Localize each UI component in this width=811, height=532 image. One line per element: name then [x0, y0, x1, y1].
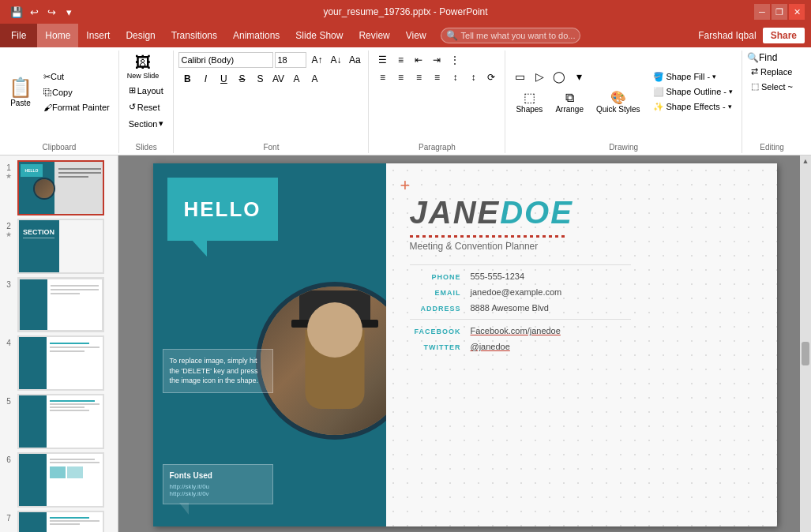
shape-effects-button[interactable]: ✨Shape Effects -▾: [649, 100, 737, 114]
reset-button[interactable]: ↺Reset: [124, 99, 165, 114]
menu-slideshow[interactable]: Slide Show: [287, 24, 351, 47]
char-spacing-button[interactable]: AV: [269, 71, 287, 87]
facebook-row: FACEBOOK Facebook.com/janedoe: [410, 326, 753, 335]
cut-button[interactable]: ✂ Cut: [39, 69, 114, 84]
address-row: ADDRESS 8888 Awesome Blvd: [410, 303, 753, 313]
slide-thumb-6[interactable]: 6: [3, 452, 115, 508]
ribbon-group-font: A↑ A↓ Aa B I U S S AV A A Font: [174, 51, 369, 153]
shape-3-button[interactable]: ◯: [550, 67, 569, 86]
shape-more-button[interactable]: ▾: [569, 67, 588, 86]
menu-animations[interactable]: Animations: [225, 24, 287, 47]
slide-image-1[interactable]: HELLO: [17, 160, 104, 215]
restore-button[interactable]: ❐: [772, 4, 787, 20]
menu-design[interactable]: Design: [118, 24, 163, 47]
convert-smartart-button[interactable]: ⟳: [482, 69, 500, 85]
fonts-links: http://skly.it/0u http://skly.it/0v: [170, 483, 266, 497]
slide-panel: 1 ★ HELLO: [0, 155, 118, 532]
title-bar: 💾 ↩ ↪ ▾ your_resume_19736.pptx - PowerPo…: [0, 0, 811, 24]
slide-thumb-3[interactable]: 3: [3, 277, 115, 332]
strikethrough-button[interactable]: S: [233, 71, 250, 87]
menu-insert[interactable]: Insert: [78, 24, 118, 47]
font-name-input[interactable]: [178, 52, 273, 68]
shape-format-buttons: 🪣Shape Fill -▾ ⬜Shape Outline -▾ ✨Shape …: [649, 70, 737, 114]
layout-button[interactable]: ⊞Layout: [124, 83, 168, 98]
name-area: JANEDOE: [410, 195, 753, 230]
replace-image-text: To replace image, simply hit the 'DELETE…: [163, 349, 273, 393]
align-text-button[interactable]: ↕: [464, 69, 482, 85]
menu-review[interactable]: Review: [351, 24, 397, 47]
menu-home[interactable]: Home: [37, 24, 78, 47]
slide-image-7[interactable]: [17, 511, 104, 532]
slide-thumb-7[interactable]: 7: [3, 511, 115, 532]
address-label: ADDRESS: [410, 305, 461, 313]
align-left-button[interactable]: ≡: [374, 69, 391, 85]
shape-fill-button[interactable]: 🪣Shape Fill -▾: [649, 70, 737, 84]
underline-button[interactable]: U: [215, 71, 232, 87]
slide-image-2[interactable]: SECTION: [17, 219, 104, 274]
slide-thumb-4[interactable]: 4: [3, 335, 115, 391]
minimize-button[interactable]: ─: [754, 4, 770, 20]
close-button[interactable]: ✕: [789, 4, 805, 20]
username: Farshad Iqbal: [698, 30, 756, 41]
shape-outline-button[interactable]: ⬜Shape Outline -▾: [649, 85, 737, 99]
increase-font-button[interactable]: A↑: [308, 52, 325, 68]
bold-button[interactable]: B: [178, 71, 196, 87]
main-area: 1 ★ HELLO: [0, 155, 811, 532]
new-slide-button[interactable]: 🖼 New Slide: [124, 52, 163, 81]
shape-2-button[interactable]: ▷: [530, 67, 549, 86]
slide-image-4[interactable]: [17, 335, 104, 391]
share-button[interactable]: Share: [763, 28, 805, 43]
quick-styles-button[interactable]: 🎨 Quick Styles: [591, 88, 646, 116]
font-size-input[interactable]: [275, 52, 306, 68]
shapes-button[interactable]: ⬚ Shapes: [510, 88, 548, 116]
text-highlight-button[interactable]: A: [306, 71, 323, 87]
copy-button[interactable]: ⿻ Copy: [39, 85, 114, 99]
increase-indent-button[interactable]: ⇥: [428, 52, 445, 68]
slide-image-3[interactable]: [17, 277, 104, 332]
undo-icon[interactable]: ↩: [27, 5, 41, 19]
tell-me-box[interactable]: 🔍 Tell me what you want to do...: [441, 28, 581, 43]
slide-image-6[interactable]: [17, 452, 104, 508]
justify-button[interactable]: ≡: [428, 69, 445, 85]
bullets-button[interactable]: ☰: [374, 52, 391, 68]
slide-right-panel: + JANEDOE Meeting & Convention Planner P…: [386, 163, 777, 526]
canvas-scrollbar-v[interactable]: ▲ ▼: [800, 155, 811, 532]
twitter-label: TWITTER: [410, 343, 461, 351]
facebook-value: Facebook.com/janedoe: [471, 326, 561, 335]
twitter-row: TWITTER @janedoe: [410, 342, 753, 351]
decrease-font-button[interactable]: A↓: [327, 52, 344, 68]
italic-button[interactable]: I: [197, 71, 214, 87]
find-button[interactable]: 🔍Find: [747, 52, 777, 63]
save-icon[interactable]: 💾: [9, 5, 24, 19]
slide-thumb-2[interactable]: 2 ★ SECTION: [3, 219, 115, 274]
shape-1-button[interactable]: ▭: [510, 67, 529, 86]
columns-button[interactable]: ⋮: [446, 52, 464, 68]
menu-transitions[interactable]: Transitions: [163, 24, 225, 47]
align-center-button[interactable]: ≡: [392, 69, 409, 85]
menu-view[interactable]: View: [398, 24, 434, 47]
redo-icon[interactable]: ↪: [44, 5, 58, 19]
section-button[interactable]: Section▾: [124, 116, 169, 131]
hello-text: HELLO: [183, 197, 261, 222]
font-color-button[interactable]: A: [287, 71, 305, 87]
slide-image-5[interactable]: [17, 394, 104, 449]
customize-icon[interactable]: ▾: [62, 5, 76, 19]
replace-button[interactable]: ⇄Replace: [747, 65, 796, 78]
divider-1: [410, 264, 631, 265]
arrange-button[interactable]: ⧉ Arrange: [550, 88, 589, 116]
clear-format-button[interactable]: Aa: [346, 52, 363, 68]
paste-button[interactable]: 📋 Paste: [5, 74, 36, 110]
menu-file[interactable]: File: [0, 24, 37, 47]
text-shadow-button[interactable]: S: [251, 71, 268, 87]
scrollbar-thumb-v[interactable]: [802, 342, 809, 365]
align-right-button[interactable]: ≡: [410, 69, 427, 85]
text-direction-button[interactable]: ↕: [446, 69, 464, 85]
format-painter-button[interactable]: 🖌 Format Painter: [39, 100, 114, 114]
slide-thumb-5[interactable]: 5: [3, 394, 115, 449]
slide-left-panel: HELLO To replace image, simply hit the '…: [153, 163, 386, 526]
select-button[interactable]: ⬚Select ~: [747, 80, 797, 93]
decrease-indent-button[interactable]: ⇤: [410, 52, 427, 68]
numbering-button[interactable]: ≡: [392, 52, 409, 68]
hello-bubble: HELLO: [167, 178, 278, 241]
slide-thumb-1[interactable]: 1 ★ HELLO: [3, 160, 115, 215]
